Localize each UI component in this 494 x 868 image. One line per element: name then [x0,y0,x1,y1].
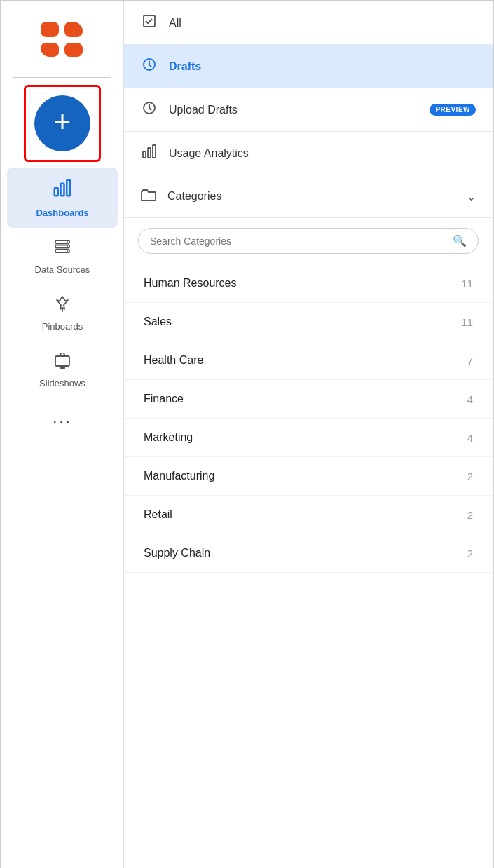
dashboards-icon [52,177,73,203]
add-button-wrapper: + [24,85,101,162]
upload-drafts-clock-icon [141,101,158,118]
drafts-label: Drafts [169,60,476,73]
svg-rect-19 [153,145,156,158]
category-row[interactable]: Marketing 4 [124,419,493,457]
category-row[interactable]: Supply Chain 2 [124,534,493,573]
category-name: Sales [144,316,461,328]
add-button[interactable]: + [34,95,90,151]
category-name: Retail [144,508,467,521]
category-count: 2 [467,470,473,482]
sidebar-item-data-sources[interactable]: Data Sources [1,228,123,285]
checkbox-icon [141,14,158,32]
category-name: Manufacturing [144,470,467,482]
category-count: 11 [461,278,473,290]
sidebar-item-slideshows[interactable]: Slideshows [1,341,123,398]
menu-item-all[interactable]: All [124,1,493,45]
category-row[interactable]: Health Care 7 [124,341,493,380]
search-input[interactable] [150,236,446,247]
sidebar: + Dashboards Data Sources [1,1,124,868]
svg-rect-10 [55,356,69,366]
tv-icon [54,351,71,374]
preview-badge: PREVIEW [430,104,476,116]
sidebar-item-pinboards[interactable]: Pinboards [1,285,123,341]
category-name: Marketing [144,431,467,444]
category-count: 11 [461,316,473,328]
menu-item-upload-drafts[interactable]: Upload Drafts PREVIEW [124,88,493,132]
bar-chart-icon [141,144,158,162]
folder-icon [141,188,156,205]
usage-analytics-label: Usage Analytics [169,147,476,160]
svg-rect-1 [61,184,64,196]
menu-item-usage-analytics[interactable]: Usage Analytics [124,132,493,175]
search-input-wrapper[interactable]: 🔍 [138,228,479,254]
category-count: 4 [467,432,473,444]
all-label: All [169,17,476,29]
category-row[interactable]: Finance 4 [124,380,493,419]
chevron-up-icon: ⌄ [467,190,476,203]
menu-item-categories[interactable]: Categories ⌄ [124,175,493,218]
category-row[interactable]: Human Resources 11 [124,264,493,303]
category-row[interactable]: Sales 11 [124,303,493,341]
category-name: Finance [144,393,467,405]
pinboards-label: Pinboards [42,321,83,332]
slideshows-label: Slideshows [39,378,85,388]
data-sources-label: Data Sources [35,264,90,275]
data-sources-icon [54,238,71,260]
search-container: 🔍 [124,218,493,264]
svg-rect-17 [143,151,146,158]
upload-drafts-label: Upload Drafts [169,104,418,116]
category-name: Human Resources [144,277,461,290]
sidebar-divider [13,77,111,78]
categories-label: Categories [167,190,455,203]
app-logo [34,15,90,65]
category-row[interactable]: Retail 2 [124,496,493,534]
more-menu-button[interactable]: ··· [53,398,71,445]
main-panel: All Drafts Upload Drafts PREVIEW [124,1,493,868]
dashboards-label: Dashboards [36,208,88,218]
svg-point-7 [67,246,68,247]
category-count: 4 [467,393,473,405]
category-count: 7 [467,355,473,367]
drafts-clock-icon [141,57,158,75]
category-name: Health Care [144,354,467,367]
category-name: Supply Chain [144,547,467,560]
svg-rect-2 [67,180,70,196]
svg-rect-0 [55,188,58,196]
menu-item-drafts[interactable]: Drafts [124,45,493,88]
svg-rect-18 [148,148,151,158]
categories-list: Human Resources 11 Sales 11 Health Care … [124,264,493,573]
svg-point-8 [67,250,68,252]
pin-icon [54,294,71,317]
sidebar-item-dashboards[interactable]: Dashboards [7,168,118,228]
search-icon[interactable]: 🔍 [453,234,467,247]
category-count: 2 [467,509,473,521]
svg-point-6 [67,241,68,243]
category-count: 2 [467,548,473,560]
category-row[interactable]: Manufacturing 2 [124,457,493,496]
plus-icon: + [54,107,71,137]
